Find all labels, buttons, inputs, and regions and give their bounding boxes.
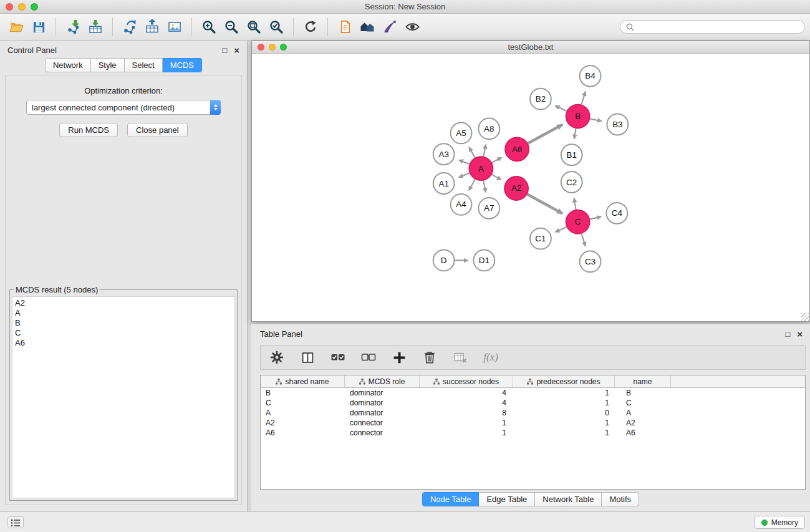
deselect-all-button[interactable] — [360, 349, 377, 365]
result-item[interactable]: A — [15, 308, 232, 318]
table-settings-button[interactable] — [269, 349, 285, 365]
save-session-button[interactable] — [27, 16, 50, 37]
node-B[interactable]: B — [566, 105, 590, 128]
edge-A2-C[interactable] — [528, 195, 563, 214]
zoom-out-button[interactable] — [220, 16, 243, 37]
node-A6[interactable]: A6 — [505, 137, 529, 161]
column-header-shared-name[interactable]: shared name — [261, 375, 345, 387]
network-graph[interactable]: B4B2BB3A5A8A6A3B1AC2A1A2A4A7C4CC1C3DD1 — [253, 54, 809, 321]
function-builder-button[interactable]: f(x) — [483, 349, 499, 365]
edge-C-C4[interactable] — [590, 216, 601, 219]
show-columns-button[interactable] — [299, 349, 316, 365]
add-row-button[interactable] — [391, 349, 407, 365]
run-mcds-button[interactable]: Run MCDS — [59, 123, 118, 137]
column-header-name[interactable]: name — [615, 375, 671, 387]
column-header-predecessor-nodes[interactable]: predecessor nodes — [513, 375, 615, 387]
result-item[interactable]: B — [15, 318, 232, 328]
result-item[interactable]: A2 — [15, 298, 232, 308]
open-session-button[interactable] — [5, 16, 27, 37]
result-item[interactable]: C — [15, 328, 232, 338]
node-C[interactable]: C — [566, 210, 590, 234]
minimize-window-button[interactable] — [18, 3, 26, 11]
result-item[interactable]: A6 — [15, 338, 232, 348]
table-row[interactable]: Adominator80A — [261, 408, 805, 418]
refresh-view-button[interactable] — [299, 16, 322, 37]
column-header-mcds-role[interactable]: MCDS role — [345, 375, 420, 387]
zoom-selected-button[interactable] — [265, 16, 287, 37]
edge-A-A4[interactable] — [469, 180, 475, 191]
node-B3[interactable]: B3 — [607, 114, 628, 135]
import-network-button[interactable] — [62, 16, 84, 37]
tab-style[interactable]: Style — [91, 58, 125, 72]
network-canvas[interactable]: B4B2BB3A5A8A6A3B1AC2A1A2A4A7C4CC1C3DD1 — [253, 54, 809, 321]
edge-B-B3[interactable] — [590, 118, 602, 121]
select-all-button[interactable] — [330, 349, 346, 365]
node-A7[interactable]: A7 — [478, 198, 499, 219]
import-table-button[interactable] — [84, 16, 107, 37]
apply-style-button[interactable] — [378, 16, 401, 37]
float-panel-icon[interactable]: □ — [785, 330, 790, 338]
home-button[interactable] — [356, 16, 378, 37]
float-panel-icon[interactable]: □ — [222, 46, 227, 54]
zoom-in-button[interactable] — [198, 16, 220, 37]
node-A5[interactable]: A5 — [451, 122, 472, 143]
optimization-criterion-dropdown[interactable]: largest connected component (directed) — [26, 100, 221, 115]
node-B4[interactable]: B4 — [580, 65, 601, 87]
edge-A-A3[interactable] — [459, 160, 470, 165]
destroy-table-button[interactable] — [452, 349, 468, 365]
node-A[interactable]: A — [469, 157, 493, 180]
resize-handle[interactable] — [801, 313, 809, 321]
table-row[interactable]: A6connector11A6 — [261, 428, 805, 438]
edge-A-A6[interactable] — [492, 157, 502, 162]
edge-A6-B[interactable] — [528, 125, 563, 143]
memory-button[interactable]: Memory — [755, 516, 805, 529]
network-zoom-button[interactable] — [280, 44, 287, 51]
edge-A-A7[interactable] — [483, 181, 486, 193]
mcds-result-list[interactable]: A2ABCA6 — [12, 296, 235, 498]
table-row[interactable]: Bdominator41B — [261, 388, 805, 398]
close-panel-button[interactable]: Close panel — [127, 123, 188, 137]
export-network-button[interactable] — [118, 16, 141, 37]
edge-B-B4[interactable] — [582, 92, 586, 105]
tab-mcds[interactable]: MCDS — [163, 58, 202, 72]
tab-network[interactable]: Network — [45, 58, 91, 72]
tab-network-table[interactable]: Network Table — [535, 492, 602, 506]
node-D1[interactable]: D1 — [473, 250, 494, 271]
search-input[interactable] — [637, 22, 799, 31]
zoom-fit-button[interactable] — [243, 16, 265, 37]
node-A4[interactable]: A4 — [451, 194, 472, 215]
edge-A-A8[interactable] — [483, 145, 486, 157]
node-A3[interactable]: A3 — [433, 143, 455, 165]
edge-B-B1[interactable] — [574, 128, 576, 139]
node-B1[interactable]: B1 — [561, 144, 582, 165]
close-window-button[interactable] — [6, 3, 13, 11]
task-history-button[interactable] — [7, 516, 24, 528]
close-panel-icon[interactable]: × — [234, 46, 239, 54]
node-C1[interactable]: C1 — [530, 228, 551, 249]
node-D[interactable]: D — [433, 250, 455, 271]
node-A1[interactable]: A1 — [433, 173, 455, 194]
edge-A-A5[interactable] — [469, 147, 475, 158]
zoom-window-button[interactable] — [31, 3, 38, 11]
column-header-successor-nodes[interactable]: successor nodes — [420, 375, 513, 387]
network-minimize-button[interactable] — [269, 44, 276, 51]
tab-select[interactable]: Select — [125, 58, 163, 72]
node-A8[interactable]: A8 — [478, 118, 499, 140]
node-C4[interactable]: C4 — [606, 203, 627, 224]
node-A2[interactable]: A2 — [504, 177, 528, 200]
export-image-button[interactable] — [163, 16, 186, 37]
edge-C-C3[interactable] — [582, 234, 586, 246]
export-table-button[interactable] — [141, 16, 163, 37]
edge-A-A1[interactable] — [459, 173, 470, 178]
open-document-button[interactable] — [334, 16, 356, 37]
table-row[interactable]: A2connector11A2 — [261, 418, 805, 428]
close-panel-icon[interactable]: × — [797, 330, 803, 338]
node-C2[interactable]: C2 — [561, 172, 582, 193]
table-row[interactable]: Cdominator41C — [261, 398, 805, 408]
network-close-button[interactable] — [258, 44, 264, 51]
edge-C-C2[interactable] — [574, 198, 576, 210]
delete-rows-button[interactable] — [422, 349, 438, 365]
tab-edge-table[interactable]: Edge Table — [479, 492, 535, 506]
node-C3[interactable]: C3 — [580, 251, 601, 273]
edge-B-B2[interactable] — [555, 106, 566, 112]
